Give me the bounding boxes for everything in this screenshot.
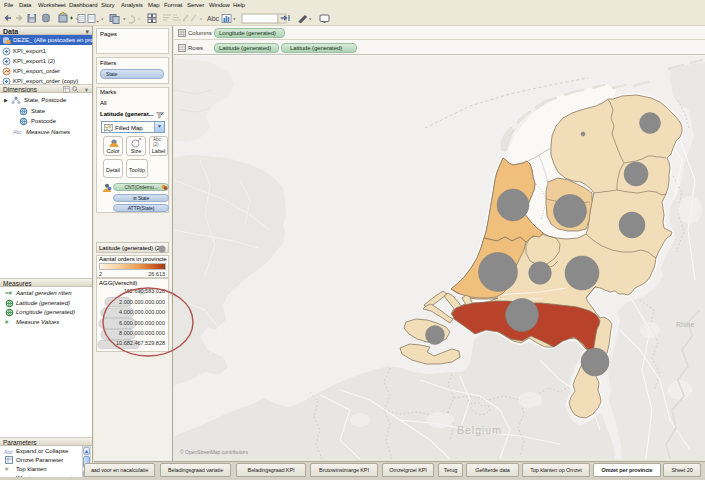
svg-text:Rhine: Rhine [676, 321, 694, 328]
svg-text:Belgium: Belgium [457, 424, 502, 436]
svg-text:Abc: Abc [207, 15, 220, 22]
